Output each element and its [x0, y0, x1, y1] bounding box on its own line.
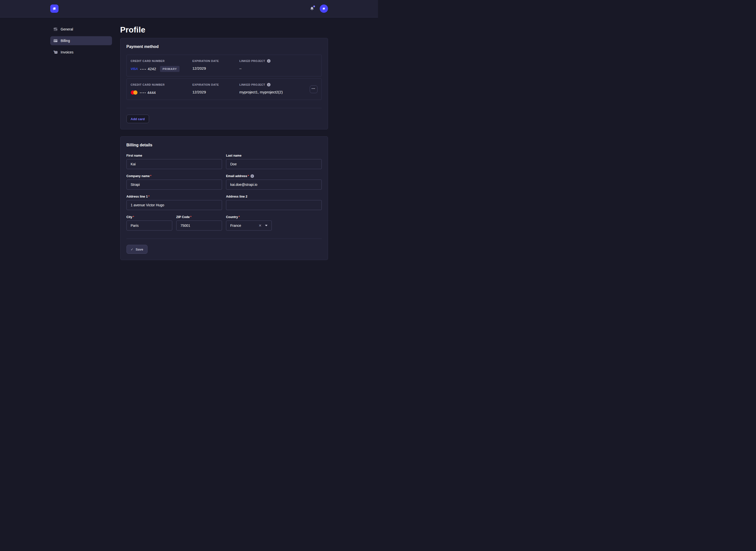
required-asterisk: *: [150, 174, 152, 178]
page-title: Profile: [120, 25, 328, 35]
country-value: France: [230, 223, 255, 227]
linked-project-label: Linked project: [240, 59, 265, 63]
credit-card-row-mastercard: Credit card number •••• 4444 Expiration …: [127, 78, 322, 100]
country-field: Country * France ✕: [226, 215, 272, 230]
last-name-input[interactable]: [226, 159, 322, 169]
city-label: City: [127, 215, 133, 219]
first-name-field: First name: [127, 154, 222, 169]
country-select[interactable]: France ✕: [226, 220, 272, 230]
add-card-button[interactable]: Add card: [127, 115, 149, 123]
strapi-logo[interactable]: [50, 4, 58, 13]
check-icon: ✓: [131, 248, 134, 251]
address-line2-label: Address line 2: [226, 194, 247, 198]
billing-details-title: Billing details: [127, 143, 322, 148]
expiration-header: Expiration date: [193, 83, 240, 86]
masked-digits: ••••: [140, 66, 147, 72]
company-name-field: Company name *: [127, 174, 222, 189]
sidebar-item-billing[interactable]: Billing: [50, 36, 112, 45]
required-asterisk: *: [239, 215, 240, 219]
required-asterisk: *: [133, 215, 134, 219]
linked-project-value: myproject1, myproject2(2): [240, 90, 306, 95]
credit-card-icon: [53, 38, 58, 43]
sidebar-item-general[interactable]: General: [50, 25, 112, 34]
expiration-header: Expiration date: [193, 59, 240, 63]
required-asterisk: *: [190, 215, 192, 219]
expiration-cell: Expiration date 12/2029: [193, 59, 240, 71]
city-input[interactable]: [127, 220, 172, 230]
info-icon[interactable]: i: [251, 174, 254, 178]
sidebar-item-label: Billing: [61, 39, 70, 43]
save-button-label: Save: [136, 247, 143, 251]
zip-code-label: ZIP Code: [176, 215, 190, 219]
card-number-cell: Credit card number •••• 4444: [131, 83, 193, 95]
country-label: Country: [226, 215, 238, 219]
settings-sidebar: General Billing $: [50, 25, 112, 57]
card-number-header: Credit card number: [131, 59, 193, 63]
first-name-label: First name: [127, 154, 142, 158]
address-line1-input[interactable]: [127, 200, 222, 210]
profile-page: Profile Payment method Credit card numbe…: [120, 25, 328, 260]
email-field: Email address * i: [226, 174, 322, 189]
first-name-input[interactable]: [127, 159, 222, 169]
address-line2-input[interactable]: [226, 200, 322, 210]
last-name-field: Last name: [226, 154, 322, 169]
user-avatar[interactable]: [320, 4, 328, 13]
avatar-strapi-mark: [321, 6, 326, 11]
zip-code-input[interactable]: [176, 220, 222, 230]
sidebar-item-label: Invoices: [61, 50, 73, 54]
card-more-menu-button[interactable]: •••: [310, 85, 317, 93]
divider: [127, 238, 322, 239]
sidebar-item-invoices[interactable]: $ Invoices: [50, 48, 112, 57]
required-asterisk: *: [248, 174, 249, 178]
email-label: Email address: [226, 174, 247, 178]
company-name-input[interactable]: [127, 179, 222, 189]
sliders-icon: [53, 27, 58, 31]
notifications-button[interactable]: [309, 5, 315, 12]
expiration-value: 12/2029: [193, 66, 240, 71]
email-input[interactable]: [226, 179, 322, 189]
payment-method-title: Payment method: [127, 44, 322, 49]
billing-details-panel: Billing details First name Last name Com…: [120, 136, 328, 260]
payment-method-panel: Payment method Credit card number VISA •…: [120, 38, 328, 129]
linked-project-cell: Linked project i –: [240, 59, 306, 71]
clear-icon[interactable]: ✕: [259, 224, 262, 227]
expiration-cell: Expiration date 12/2029: [193, 83, 240, 95]
notification-dot: [313, 5, 315, 7]
card-last4: 4444: [148, 90, 156, 95]
linked-project-label: Linked project: [240, 83, 265, 86]
linked-project-header: Linked project i: [240, 83, 306, 86]
sidebar-item-label: General: [61, 27, 73, 31]
app-header: [0, 0, 378, 17]
invoice-icon: $: [53, 50, 58, 54]
card-number-cell: Credit card number VISA •••• 4242 PRIMAR…: [131, 59, 193, 72]
address-line1-field: Address line 1 *: [127, 194, 222, 210]
last-name-label: Last name: [226, 154, 242, 158]
city-field: City *: [127, 215, 172, 230]
save-button[interactable]: ✓ Save: [127, 245, 148, 254]
zip-code-field: ZIP Code *: [176, 215, 222, 230]
expiration-value: 12/2029: [193, 90, 240, 95]
address-line1-label: Address line 1: [127, 194, 148, 198]
visa-logo: VISA: [131, 66, 138, 71]
info-icon[interactable]: i: [267, 83, 270, 86]
linked-project-cell: Linked project i myproject1, myproject2(…: [240, 83, 306, 95]
info-icon[interactable]: i: [267, 59, 270, 63]
primary-badge: PRIMARY: [160, 66, 179, 72]
linked-project-value: –: [240, 66, 306, 71]
masked-digits: ••••: [140, 90, 147, 95]
linked-project-header: Linked project i: [240, 59, 306, 63]
credit-card-row-visa: Credit card number VISA •••• 4242 PRIMAR…: [127, 55, 322, 76]
mastercard-logo: [131, 90, 138, 95]
card-last4: 4242: [148, 66, 156, 71]
strapi-logo-mark: [51, 6, 57, 11]
required-asterisk: *: [148, 195, 150, 198]
address-line2-field: Address line 2: [226, 194, 322, 210]
chevron-down-icon: [265, 225, 267, 226]
company-name-label: Company name: [127, 174, 150, 178]
card-number-header: Credit card number: [131, 83, 193, 86]
